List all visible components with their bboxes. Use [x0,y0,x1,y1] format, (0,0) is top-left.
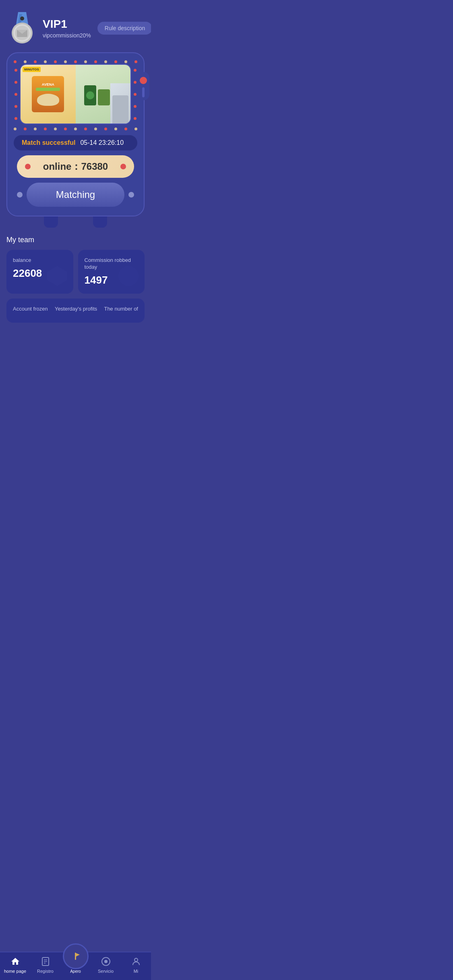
matching-row: Matching [17,183,134,207]
arm-knob [140,77,147,84]
dot [64,128,67,130]
bowl-shape [37,94,59,106]
online-label: online： [43,161,81,172]
dot [134,93,137,96]
number-label: The number of [104,306,138,312]
dot [24,60,27,63]
box1 [84,85,96,105]
chair [112,95,128,124]
rule-description-button[interactable]: Rule description [97,22,151,35]
dot [14,93,17,96]
dot [44,128,47,130]
online-dot-left [25,164,31,169]
vip-commission: vipcommission20% [43,32,91,39]
dot [84,60,87,63]
dot [24,128,27,130]
balance-label: balance [13,257,67,264]
header-section: VIP1 vipcommission20% Rule description [0,0,151,48]
dot [134,81,137,84]
stats-grid: balance 22608 Commission robbed today 14… [6,250,145,294]
dot [54,128,57,130]
my-team-title: My team [6,236,145,244]
dot [34,60,37,63]
nav-spacer [0,327,151,359]
dot [94,128,97,130]
vip-title: VIP1 [43,18,91,31]
dot [134,60,137,63]
leg-right [93,216,107,228]
right-dots-col [133,64,137,124]
balance-bg-icon [45,264,69,290]
machine-legs [6,216,145,228]
matching-button[interactable]: Matching [27,183,124,207]
dot [134,128,137,130]
dot [74,128,77,130]
cereal-bar [36,88,60,91]
svg-marker-8 [47,266,67,286]
product-area: MINUTOS AVENA [14,64,137,124]
dot [14,81,17,84]
matching-dot-right [128,192,134,198]
leg-left [44,216,58,228]
dot [124,60,127,63]
box1-circle [86,91,94,99]
svg-point-9 [118,266,139,286]
vip-medal-icon [8,12,36,44]
my-team-section: My team balance 22608 Commission robbed … [0,228,151,327]
dot [114,128,117,130]
product-right [76,65,131,124]
account-frozen-label: Account frozen [13,306,48,312]
dot [54,60,57,63]
dot [14,60,17,63]
dot [14,69,17,72]
dot [14,117,17,120]
online-counter: online：76380 [17,155,134,178]
dot [124,128,127,130]
dot [84,128,87,130]
machine-wrapper: MINUTOS AVENA [0,48,151,228]
online-count-display: online：76380 [34,160,117,173]
dot [14,105,17,108]
dot [104,60,107,63]
dot [64,60,67,63]
bottom-partial-card: Account frozen Yesterday's profits The n… [6,299,145,323]
cereal-text: AVENA [42,82,54,86]
dot [134,117,137,120]
commission-bg-icon [116,264,141,290]
online-value: 76380 [81,161,108,172]
dot [14,128,17,130]
dot [94,60,97,63]
product-left: MINUTOS AVENA [21,65,76,124]
dot [34,128,37,130]
dots-top [14,60,137,64]
arm-handle [142,87,145,97]
right-arm [137,72,149,100]
online-dot-right [120,164,126,169]
balance-card: balance 22608 [6,250,73,294]
dots-bottom [14,127,137,131]
dot [104,128,107,130]
dot [134,105,137,108]
cereal-box: AVENA [32,76,64,112]
box2 [98,89,110,105]
dot [114,60,117,63]
left-dots-col [14,64,18,124]
dot [134,69,137,72]
product-badge: MINUTOS [23,67,41,72]
dot [44,60,47,63]
commission-card: Commission robbed today 1497 [78,250,145,294]
svg-point-7 [20,16,24,21]
product-display: MINUTOS AVENA [20,64,131,124]
cereal-visual: AVENA [32,76,64,112]
match-banner: Match successful 05-14 23:26:10 [14,135,137,150]
match-success-label: Match successful [22,139,75,146]
slot-machine: MINUTOS AVENA [6,52,145,216]
yesterday-label: Yesterday's profits [55,306,97,312]
header-info: VIP1 vipcommission20% [43,18,91,39]
matching-dot-left [17,192,23,198]
furniture-area [110,83,130,124]
dot [74,60,77,63]
match-time: 05-14 23:26:10 [80,139,124,146]
